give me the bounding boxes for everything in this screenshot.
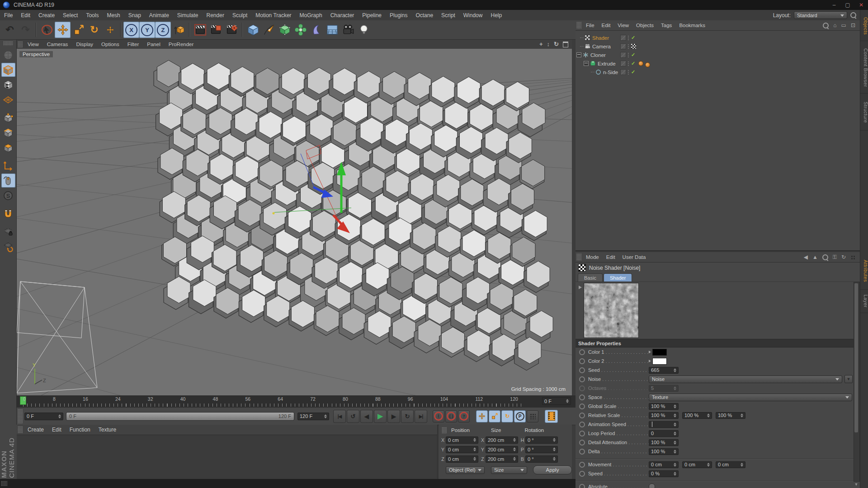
coordinate-system-button[interactable] <box>171 22 187 38</box>
tab-objects[interactable]: Objects <box>860 12 868 41</box>
current-frame-field[interactable]: 0 F <box>24 413 63 420</box>
animation-dot-icon[interactable] <box>579 431 585 436</box>
menu-item[interactable]: Animate <box>145 12 173 19</box>
panel-grip[interactable] <box>18 409 23 423</box>
object-name[interactable]: Camera <box>592 44 611 49</box>
panel-grip[interactable] <box>576 253 581 261</box>
section-header[interactable]: Shader Properties <box>576 339 860 347</box>
add-camera-button[interactable] <box>340 22 356 38</box>
render-view-button[interactable] <box>192 22 208 38</box>
render-settings-button[interactable] <box>224 22 240 38</box>
menu-item[interactable]: Motion Tracker <box>251 12 295 19</box>
detail-attenuation-input[interactable]: 100 % <box>649 439 679 446</box>
viewport-pan-icon[interactable]: + <box>539 41 543 47</box>
key-point-level-button[interactable] <box>527 410 538 422</box>
add-light-button[interactable] <box>356 22 372 38</box>
render-picture-viewer-button[interactable] <box>208 22 224 38</box>
sync-icon[interactable]: ↻ <box>841 254 846 260</box>
tweak-mode-button[interactable] <box>1 174 15 188</box>
viewport-menu-item[interactable]: Display <box>72 42 97 47</box>
animation-dot-icon[interactable] <box>579 394 585 400</box>
material-menu-item[interactable]: Function <box>66 427 94 433</box>
next-frame-button[interactable]: ▶ <box>387 410 400 423</box>
axis-lock-button[interactable]: X <box>123 22 139 38</box>
object-name[interactable]: Shader <box>592 35 609 41</box>
search-icon[interactable] <box>823 23 829 28</box>
ruler-frame-field[interactable]: 0 F <box>542 397 571 405</box>
autokeying-button[interactable]: ( ) <box>445 410 457 422</box>
menu-item[interactable]: Plugins <box>386 12 411 19</box>
movement-z-input[interactable]: 0 cm <box>716 461 745 468</box>
axis-lock-button[interactable]: Y <box>139 22 155 38</box>
rotate-tool-button[interactable] <box>86 22 102 38</box>
last-tool-button[interactable] <box>102 22 118 38</box>
add-cube-button[interactable] <box>245 22 261 38</box>
texture-mode-button[interactable] <box>1 78 15 92</box>
animation-dot-icon[interactable] <box>579 349 585 355</box>
layout-grid-icon[interactable] <box>850 255 855 260</box>
tab-basic[interactable]: Basic <box>578 273 603 282</box>
scrollbar-down-arrow[interactable]: ▼ <box>854 482 859 487</box>
menu-item[interactable]: Character <box>326 12 359 19</box>
play-forward-loop-button[interactable]: ↻ <box>401 410 414 423</box>
menu-item[interactable]: Edit <box>17 12 34 19</box>
object-manager-menu-item[interactable]: Bookmarks <box>675 23 709 28</box>
record-active-objects-button[interactable]: ⌇ <box>433 410 444 422</box>
menu-item[interactable]: Window <box>459 12 487 19</box>
visibility-dots-icon[interactable] <box>627 70 630 75</box>
attribute-menu-item[interactable]: User Data <box>619 254 650 260</box>
axis-lock-button[interactable]: Z <box>155 22 171 38</box>
panel-grip[interactable] <box>18 426 23 433</box>
noise-preview-button[interactable]: ▼ <box>844 375 853 383</box>
lock-icon[interactable]: ⚿ <box>833 254 837 260</box>
lock-workplane-button[interactable] <box>1 225 15 239</box>
preview-expander-icon[interactable] <box>579 286 582 289</box>
loop-period-input[interactable]: 0 <box>649 430 679 437</box>
rotation-input[interactable]: 0 ° <box>525 436 558 444</box>
layer-box-icon[interactable] <box>620 61 626 66</box>
object-manager-menu-item[interactable]: File <box>582 23 598 28</box>
timeline-ruler[interactable]: 081624324048566472808896104112120 0 F <box>17 395 576 408</box>
space-dropdown[interactable]: Texture <box>649 394 852 401</box>
layer-box-icon[interactable] <box>620 52 626 58</box>
maximize-button[interactable]: ▢ <box>841 0 854 10</box>
collapse-expander-icon[interactable] <box>576 52 581 57</box>
menu-item[interactable]: Script <box>437 12 459 19</box>
menu-item[interactable]: Help <box>486 12 506 19</box>
add-environment-button[interactable] <box>324 22 340 38</box>
size-input[interactable]: 200 cm <box>486 446 518 453</box>
speed-input[interactable]: 0 % <box>649 470 679 477</box>
rotation-input[interactable]: 0 ° <box>525 455 558 463</box>
viewport-menu-item[interactable]: Options <box>97 42 123 47</box>
key-parameter-button[interactable]: P <box>514 410 526 422</box>
menu-item[interactable]: Create <box>34 12 59 19</box>
movement-y-input[interactable]: 0 cm <box>682 461 712 468</box>
go-to-start-button[interactable]: |◀ <box>333 410 346 423</box>
menu-item[interactable]: Pipeline <box>358 12 386 19</box>
menu-item[interactable]: File <box>0 12 17 19</box>
polygons-mode-button[interactable] <box>1 141 15 155</box>
position-input[interactable]: 0 cm <box>446 455 478 463</box>
viewport-menu-item[interactable]: Panel <box>143 42 164 47</box>
history-back-icon[interactable]: ◀ <box>804 254 808 260</box>
tag-icon[interactable] <box>645 62 650 67</box>
rotation-input[interactable]: 0 ° <box>525 446 558 453</box>
animation-speed-input[interactable] <box>649 421 679 428</box>
delta-input[interactable]: 100 % <box>649 448 679 455</box>
noise-type-dropdown[interactable]: Noise <box>649 375 842 383</box>
close-button[interactable]: ✕ <box>854 0 868 10</box>
position-input[interactable]: 0 cm <box>446 436 478 444</box>
make-editable-button[interactable] <box>1 48 15 62</box>
menu-item[interactable]: Simulate <box>173 12 203 19</box>
layout-dropdown[interactable]: Standard <box>794 11 847 19</box>
material-menu-item[interactable]: Create <box>24 427 48 433</box>
expand-triangle-icon[interactable] <box>649 360 651 362</box>
visibility-dots-icon[interactable] <box>627 61 630 66</box>
add-generator-button[interactable] <box>277 22 292 38</box>
viewport-menu-item[interactable]: ProRender <box>165 42 198 47</box>
menu-item[interactable]: Snap <box>124 12 145 19</box>
object-row-camera[interactable]: Camera <box>576 42 860 51</box>
timeline-ruler-toggle-button[interactable] <box>545 410 558 423</box>
material-menu-item[interactable]: Texture <box>94 427 120 433</box>
object-name[interactable]: n-Side <box>603 70 618 75</box>
